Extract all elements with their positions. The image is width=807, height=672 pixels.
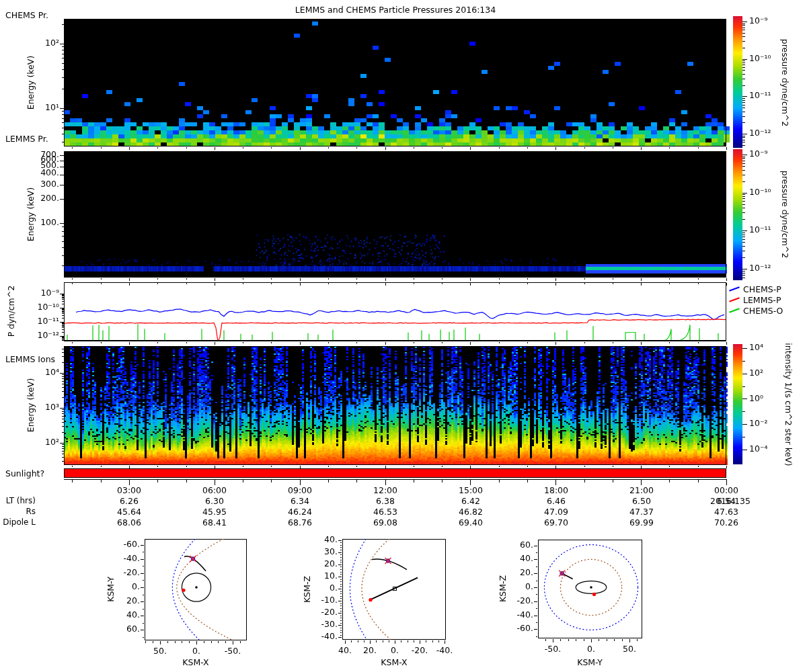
sunlight-panel-label: Sunlight? bbox=[5, 469, 44, 478]
orbit-y-tick-label: 40. bbox=[297, 535, 338, 544]
orbit-y-tick-label: 40. bbox=[100, 610, 140, 620]
plot-title: LEMMS and CHEMS Particle Pressures 2016:… bbox=[295, 5, 496, 15]
cassini-mimi-particle-pressure-plot: LEMMS and CHEMS Particle Pressures 2016:… bbox=[0, 0, 807, 672]
orbit-y-tick-label: -60. bbox=[100, 540, 140, 549]
y-tick-label: 10⁻¹⁰ bbox=[19, 302, 59, 312]
ephemeris-value: 69.99 bbox=[620, 518, 663, 528]
ephemeris-value: 6.34 bbox=[278, 497, 321, 506]
ephemeris-value: 6.26 bbox=[108, 497, 151, 506]
time-tick-label: 09:00 bbox=[278, 486, 321, 495]
orbit-yz-x-axis-label: KSM-Y bbox=[577, 658, 603, 667]
chems-y-axis-label: Energy (keV) bbox=[26, 56, 36, 110]
orbit-y-tick-label: 60. bbox=[100, 624, 140, 634]
y-tick-label: 100. bbox=[19, 218, 59, 227]
ephemeris-row-label-lt: LT (hrs) bbox=[0, 496, 36, 505]
lemms-panel-label: LEMMS Pr. bbox=[5, 134, 48, 144]
y-tick-label: 10³ bbox=[19, 403, 59, 412]
orbit-y-tick-label: 20. bbox=[297, 559, 338, 569]
ephemeris-value: 47.37 bbox=[620, 507, 663, 517]
orbit-y-tick-label: -20. bbox=[100, 568, 140, 577]
ephemeris-value: 46.82 bbox=[449, 507, 492, 517]
lemms-colorbar-label: pressure dyne/cm^2 bbox=[780, 171, 790, 259]
orbit-y-tick-label: -20. bbox=[493, 596, 533, 605]
orbit-y-tick-label: 20. bbox=[100, 596, 140, 605]
colorbar-tick-label: 10⁻² bbox=[749, 419, 768, 428]
next-day-date-label: 2016:135 bbox=[706, 497, 755, 506]
orbit-x-tick-label: 0. bbox=[574, 644, 608, 654]
colorbar-tick-label: 10⁻¹⁰ bbox=[749, 187, 771, 197]
time-tick-label: 03:00 bbox=[108, 486, 151, 495]
colorbar-tick-label: 10⁻⁹ bbox=[749, 16, 768, 26]
colorbar-tick-label: 10⁰ bbox=[749, 394, 763, 403]
colorbar-tick-label: 10⁻¹⁰ bbox=[749, 54, 771, 63]
y-tick-label: 300. bbox=[19, 179, 59, 189]
colorbar-tick-label: 10⁻¹¹ bbox=[749, 225, 771, 235]
ephemeris-value: 47.63 bbox=[705, 507, 748, 517]
colorbar-tick-label: 10⁻¹² bbox=[749, 263, 771, 273]
legend-item-chems-o: CHEMS-O bbox=[743, 306, 783, 316]
orbit-y-tick-label: 0. bbox=[297, 583, 338, 593]
ephemeris-value: 68.06 bbox=[108, 518, 151, 528]
ephemeris-value: 6.38 bbox=[364, 497, 407, 506]
ephemeris-value: 69.40 bbox=[449, 518, 492, 528]
ephemeris-value: 6.50 bbox=[620, 497, 663, 506]
ephemeris-value: 6.30 bbox=[193, 497, 236, 506]
colorbar-tick-label: 10⁻¹¹ bbox=[749, 91, 771, 100]
y-tick-label: 10⁴ bbox=[19, 368, 59, 377]
time-tick-label: 06:00 bbox=[193, 486, 236, 495]
colorbar-tick-label: 10⁻¹² bbox=[749, 128, 771, 138]
ephemeris-value: 69.08 bbox=[364, 518, 407, 528]
y-tick-label: 10⁻¹¹ bbox=[19, 317, 59, 326]
ions-panel-label: LEMMS Ions bbox=[5, 355, 55, 364]
orbit-x-tick-label: -50. bbox=[216, 646, 249, 656]
orbit-y-tick-label: 20. bbox=[493, 568, 533, 577]
colorbar-tick-label: 10⁻⁴ bbox=[749, 444, 768, 454]
orbit-y-tick-label: 40. bbox=[493, 554, 533, 563]
chems-colorbar-label: pressure dyne/cm^2 bbox=[780, 39, 790, 127]
pressure-y-axis-label: P dyn/cm^2 bbox=[7, 286, 16, 337]
ephemeris-value: 6.42 bbox=[449, 497, 492, 506]
ephemeris-value: 46.53 bbox=[364, 507, 407, 517]
colorbar-tick-label: 10² bbox=[749, 368, 763, 378]
y-tick-label: 10² bbox=[19, 38, 59, 48]
colorbar-tick-label: 10⁴ bbox=[749, 343, 763, 352]
ephemeris-value: 6.46 bbox=[535, 497, 578, 506]
ephemeris-value: 70.26 bbox=[705, 518, 748, 528]
ephemeris-value: 46.24 bbox=[278, 507, 321, 517]
ephemeris-value: 68.41 bbox=[193, 518, 236, 528]
orbit-xy-x-axis-label: KSM-X bbox=[182, 658, 208, 667]
orbit-y-tick-label: 0. bbox=[100, 582, 140, 591]
orbit-y-tick-label: 10. bbox=[297, 571, 338, 581]
ephemeris-row-label-dipole-l: Dipole L bbox=[0, 517, 36, 527]
ephemeris-value: 45.64 bbox=[108, 507, 151, 517]
orbit-y-tick-label: -20. bbox=[297, 607, 338, 617]
ephemeris-value: 47.09 bbox=[535, 507, 578, 517]
orbit-y-tick-label: 0. bbox=[493, 582, 533, 591]
orbit-y-tick-label: -60. bbox=[493, 624, 533, 633]
y-tick-label: 400. bbox=[19, 168, 59, 177]
ephemeris-value: 69.70 bbox=[535, 518, 578, 528]
orbit-x-tick-label: 0. bbox=[180, 646, 213, 656]
orbit-x-tick-label: -50. bbox=[536, 644, 570, 654]
orbit-x-tick-label: 50. bbox=[613, 644, 646, 654]
ephemeris-value: 45.95 bbox=[193, 507, 236, 517]
orbit-y-tick-label: 60. bbox=[493, 540, 533, 550]
orbit-xz-x-axis-label: KSM-X bbox=[381, 658, 407, 667]
orbit-y-tick-label: -40. bbox=[493, 610, 533, 620]
time-tick-label: 21:00 bbox=[620, 486, 663, 495]
orbit-x-tick-label: -40. bbox=[428, 646, 461, 655]
colorbar-tick-label: 10⁻⁹ bbox=[749, 149, 768, 159]
y-tick-label: 10² bbox=[19, 437, 59, 447]
y-tick-label: 10⁻¹² bbox=[19, 331, 59, 340]
y-tick-label: 10¹ bbox=[19, 103, 59, 112]
orbit-y-tick-label: 30. bbox=[297, 547, 338, 556]
orbit-y-tick-label: -40. bbox=[100, 554, 140, 563]
time-tick-label: 12:00 bbox=[364, 486, 407, 495]
orbit-y-tick-label: -30. bbox=[297, 620, 338, 629]
ephemeris-value: 68.76 bbox=[278, 518, 321, 528]
time-tick-label: 00:00 bbox=[705, 486, 748, 495]
legend-item-lemms-p: LEMMS-P bbox=[743, 296, 781, 305]
chems-panel-label: CHEMS Pr. bbox=[5, 11, 48, 20]
orbit-x-tick-label: 50. bbox=[143, 646, 177, 656]
orbit-y-tick-label: -10. bbox=[297, 595, 338, 605]
